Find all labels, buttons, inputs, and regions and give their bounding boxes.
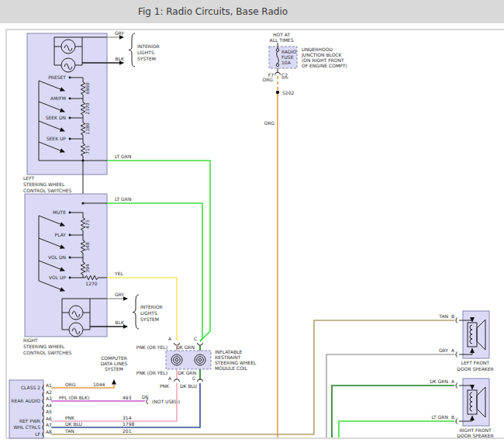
wire-tan-terminal-label: TAN bbox=[438, 313, 448, 319]
wire-lt-grn-label-right: LT GRN bbox=[115, 196, 131, 202]
hot-at-label: HOT AT bbox=[273, 32, 290, 37]
row-label-ref-pwr: REF PWR bbox=[19, 418, 40, 424]
coil-label-2: RESTRAINT bbox=[215, 354, 241, 360]
row-label-class2: CLASS 2 bbox=[21, 385, 40, 390]
connector-icon bbox=[456, 318, 457, 323]
wire-tan-circuit: 201 bbox=[123, 428, 132, 434]
interior-lights-label-1: INTERIOR bbox=[140, 304, 163, 309]
connector-c2-icon bbox=[275, 72, 281, 74]
speaker-name-1: RIGHT FRONT bbox=[459, 427, 492, 433]
wire-lt-grn-rf-speaker bbox=[339, 421, 454, 437]
cdl-label-3: SYSTEM bbox=[105, 366, 123, 372]
switch-mute-label: MUTE bbox=[53, 209, 66, 215]
wire-lt-grn-terminal-label: LT GRN bbox=[432, 414, 448, 420]
splice-s202-icon bbox=[276, 91, 279, 94]
switch-amfm-label: AM/FM bbox=[50, 95, 66, 101]
wire-org-label-1: ORG bbox=[262, 77, 273, 82]
wire-gry-lf-speaker bbox=[326, 354, 454, 437]
resistor-value-1270: 1270 bbox=[85, 281, 97, 286]
left-assembly-name-2: STEERING WHEEL bbox=[23, 182, 65, 187]
clockspring-coil: A C PNK (OR YEL) DK GRN INFLATABLE RESTR… bbox=[136, 336, 257, 389]
resistor-value: 1180 bbox=[85, 123, 90, 134]
computer-data-lines-ref: COMPUTER DATA LINES SYSTEM bbox=[101, 355, 128, 372]
connector-icon bbox=[198, 379, 203, 382]
wire-org-class2-label: ORG bbox=[65, 382, 76, 387]
resistor-value: 394 bbox=[85, 264, 90, 273]
coil-box bbox=[166, 351, 211, 369]
resistor-value: 348 bbox=[85, 242, 90, 251]
junction-block-label-4: OF ENGINE COMPT) bbox=[302, 63, 347, 68]
terminal-b-label: B bbox=[451, 313, 454, 319]
interior-lights-label-1: INTERIOR bbox=[137, 43, 160, 49]
connector-c2-label: C2 bbox=[281, 72, 288, 78]
wire-ppl-label: PPL (OR BLK) bbox=[59, 395, 89, 400]
speaker-name-1: LEFT FRONT bbox=[461, 360, 490, 365]
junction-block-label-1: UNDERHOOD bbox=[302, 47, 333, 52]
coil-pin-a-top: A bbox=[168, 336, 172, 341]
switch-signal-wires: LT GRN LT GRN YEL bbox=[107, 154, 210, 341]
pin-a1: A1 bbox=[46, 382, 52, 388]
terminal-a-label: A bbox=[451, 379, 455, 384]
terminal-b-label: B bbox=[451, 414, 454, 420]
speaker-name-2: DOOR SPEAKER bbox=[457, 366, 493, 372]
speaker-feed-wires bbox=[326, 354, 454, 437]
wiring-diagram-canvas: Fig 1: Radio Circuits, Base Radio HOT AT… bbox=[0, 0, 504, 446]
pin-a7: A7 bbox=[46, 422, 52, 427]
all-times-label: ALL TIMES bbox=[270, 37, 294, 43]
connector-icon bbox=[456, 383, 457, 389]
wire-tan-label: TAN bbox=[64, 428, 74, 434]
interior-lights-label-2: LIGHTS bbox=[137, 50, 154, 55]
coil-pin-c-bottom: C bbox=[192, 375, 195, 381]
cdl-label-1: COMPUTER bbox=[101, 355, 127, 361]
wire-pnk-out-label: PNK bbox=[160, 383, 170, 389]
wire-org-class2-circuit: 1044 bbox=[93, 382, 105, 387]
wire-pnk-circuit: 314 bbox=[123, 415, 132, 420]
wire-lt-grn-left bbox=[107, 161, 210, 341]
fuse-rating: 10A bbox=[281, 60, 292, 65]
brace-icon bbox=[133, 295, 139, 329]
left-assembly-name-3: CONTROL SWITCHES bbox=[23, 188, 72, 193]
coil-pin-a-bottom: A bbox=[168, 375, 172, 381]
speaker-name-2: DOOR SPEAKER bbox=[457, 433, 493, 438]
interior-lights-label-2: LIGHTS bbox=[140, 310, 157, 316]
switch-voldn-label: VOL DN bbox=[48, 254, 66, 260]
wire-ppl-circuit: 493 bbox=[123, 395, 132, 400]
wire-dk-blu-out-label: DK BLU bbox=[180, 383, 197, 389]
wiring-diagram-page: Fig 1: Radio Circuits, Base Radio HOT AT… bbox=[0, 0, 504, 446]
switch-seekdn-label: SEEK DN bbox=[46, 115, 66, 120]
interior-lights-ref-upper: INTERIOR LIGHTS SYSTEM bbox=[129, 33, 160, 67]
wire-dk-grn-top-label: DK GRN bbox=[176, 344, 195, 350]
pin-a6: A6 bbox=[46, 416, 52, 421]
fuse-name2: FUSE bbox=[281, 54, 294, 60]
resistor-value: 6860 bbox=[85, 82, 90, 94]
wire-dk-blu-circuit: 1798 bbox=[123, 421, 134, 427]
left-switch-assembly: GRY BLK PRESET AM/FM SEEK DN SEEK UP bbox=[23, 30, 125, 213]
resistor-value: 2370 bbox=[85, 102, 90, 114]
power-feed: HOT AT ALL TIMES RADIO FUSE 10A UNDERHOO… bbox=[262, 32, 347, 437]
brace-icon bbox=[129, 33, 135, 67]
page-title: Fig 1: Radio Circuits, Base Radio bbox=[138, 6, 288, 17]
wire-dk-grn-bottom-label: DK GRN bbox=[178, 370, 196, 375]
pin-a3: A3 bbox=[46, 396, 52, 401]
coil-label-3: STEERING WHEEL bbox=[215, 360, 257, 365]
resistor-value: 715 bbox=[85, 145, 90, 154]
cdl-label-2: DATA LINES bbox=[101, 361, 128, 366]
wire-yel-label: YEL bbox=[114, 271, 123, 276]
right-assembly-name-1: RIGHT bbox=[23, 337, 38, 343]
coil-label-4: MODULE COIL bbox=[215, 365, 248, 371]
wire-lt-grn-label-left: LT GRN bbox=[115, 154, 131, 159]
right-switch-box bbox=[25, 194, 107, 337]
wire-gry-label: GRY bbox=[115, 30, 124, 36]
interior-lights-label-3: SYSTEM bbox=[137, 56, 156, 61]
coil-pin-c-top: C bbox=[194, 336, 197, 341]
pin-a2: A2 bbox=[46, 389, 52, 395]
not-used-label: (NOT USED) bbox=[152, 399, 180, 404]
switch-volup-label: VOL UP bbox=[49, 275, 66, 280]
right-switch-assembly: MUTE PLAY VOL DN VOL UP 475 348 394 1270 bbox=[23, 194, 127, 355]
connector-icon bbox=[174, 379, 180, 382]
connector-icon bbox=[456, 419, 457, 424]
right-assembly-name-3: CONTROL SWITCHES bbox=[23, 350, 72, 355]
wire-pnk-oryel-bottom-label: PNK (OR YEL) bbox=[136, 370, 167, 375]
interior-lights-ref-lower: INTERIOR LIGHTS SYSTEM bbox=[133, 295, 163, 329]
wire-blk-label: BLK bbox=[116, 320, 125, 325]
